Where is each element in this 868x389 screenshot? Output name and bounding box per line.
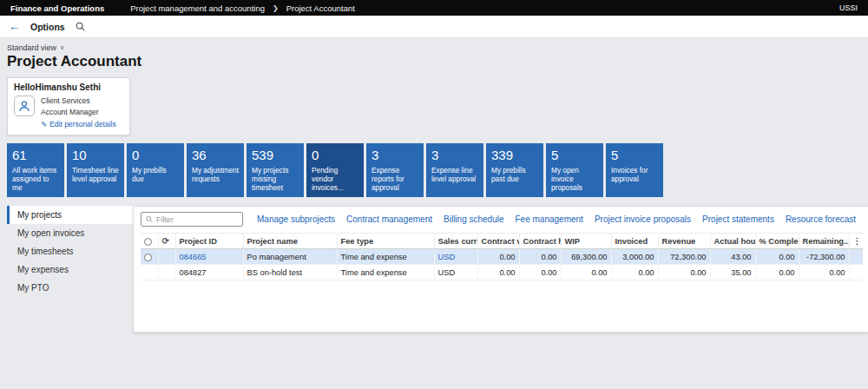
back-button[interactable]: ←	[9, 21, 20, 32]
column-header-contract_value[interactable]: Contract v...	[477, 234, 519, 249]
project_id-link[interactable]: 084665	[180, 253, 207, 261]
action-link[interactable]: Contract management	[346, 214, 432, 224]
action-pane: ← Options	[0, 16, 868, 38]
cell-actual_hours: 35.00	[710, 265, 755, 280]
column-header-project_id[interactable]: Project ID	[175, 234, 243, 249]
workspace-body: My projectsMy open invoicesMy timesheets…	[7, 206, 861, 333]
breadcrumb: Project management and accounting ❯ Proj…	[130, 3, 355, 13]
options-tab[interactable]: Options	[30, 22, 65, 32]
cell-project_name: Po management	[243, 249, 337, 265]
cell-fee_type: Time and expense	[337, 249, 434, 265]
column-header-contract_hours[interactable]: Contract h...	[519, 234, 561, 249]
projects-grid: ⟳Project IDProject nameFee typeSales cur…	[141, 233, 863, 280]
tile[interactable]: 0Pending vendor invoices...	[306, 143, 364, 197]
chevron-down-icon: ∨	[60, 44, 64, 51]
column-header-revenue[interactable]: Revenue	[658, 234, 710, 249]
search-button[interactable]	[76, 22, 85, 31]
edit-personal-details-link[interactable]: ✎ Edit personal details	[41, 119, 116, 130]
side-tab-my-timesheets[interactable]: My timesheets	[7, 242, 133, 260]
tile-label: My adjustment requests	[192, 166, 239, 183]
search-icon	[76, 22, 85, 31]
column-header-fee_type[interactable]: Fee type	[337, 234, 434, 249]
column-header-remaining[interactable]: Remaining...	[799, 234, 849, 249]
cell-sales_currency: USD	[434, 249, 477, 265]
cell-revenue: 72,300.00	[658, 249, 710, 265]
select-all-radio[interactable]	[144, 238, 152, 246]
filter-box	[141, 212, 243, 227]
more-options-icon[interactable]: ⋮	[853, 236, 862, 246]
action-link[interactable]: Manage subprojects	[257, 214, 335, 224]
cell-contract_hours: 0.00	[519, 265, 561, 280]
cell-remaining: -72,300.00	[799, 249, 849, 265]
action-link[interactable]: Project statements	[702, 214, 774, 224]
tile[interactable]: 5My open invoice proposals	[546, 143, 603, 197]
cell-actual_hours: 43.00	[710, 249, 755, 265]
app-name[interactable]: Finance and Operations	[10, 3, 104, 13]
action-link[interactable]: Billing schedule	[444, 214, 504, 224]
breadcrumb-item[interactable]: Project Accountant	[286, 3, 355, 13]
column-header-pct_complete[interactable]: % Complet...	[755, 234, 799, 249]
top-bar: Finance and Operations Project managemen…	[0, 0, 868, 16]
view-selector-label: Standard view	[7, 43, 56, 52]
filter-input[interactable]	[156, 215, 238, 224]
cell-remaining: 0.00	[799, 265, 849, 280]
breadcrumb-item[interactable]: Project management and accounting	[130, 3, 265, 13]
action-link[interactable]: Resource forecast	[786, 214, 856, 224]
column-header-project_name[interactable]: Project name	[243, 234, 337, 249]
cell-refresh	[158, 265, 175, 280]
cell-project_name: BS on-hold test	[243, 265, 337, 280]
tile[interactable]: 10Timesheet line level approval	[67, 143, 124, 197]
company-selector[interactable]: USSI	[839, 3, 858, 12]
side-tab-my-expenses[interactable]: My expenses	[7, 260, 133, 279]
tile-count: 339	[491, 148, 538, 162]
projects-panel: Manage subprojectsContract managementBil…	[133, 206, 868, 333]
row-radio[interactable]	[144, 254, 152, 261]
side-tab-my-open-invoices[interactable]: My open invoices	[7, 224, 133, 242]
avatar	[14, 96, 35, 116]
side-tab-my-pto[interactable]: My PTO	[7, 279, 133, 297]
refresh-header[interactable]: ⟳	[158, 234, 175, 249]
cell-more	[849, 265, 863, 280]
cell-invoiced: 3,000.00	[611, 249, 658, 265]
select-all-header[interactable]	[141, 234, 158, 249]
side-tab-my-projects[interactable]: My projects	[7, 206, 133, 224]
view-selector[interactable]: Standard view ∨	[7, 43, 64, 52]
tile[interactable]: 61All work items assigned to me	[7, 143, 64, 197]
tile[interactable]: 5Invoices for approval	[606, 143, 663, 197]
tile-count: 61	[12, 148, 59, 162]
sales_currency-link[interactable]: USD	[438, 253, 456, 261]
panel-toolbar: Manage subprojectsContract managementBil…	[141, 212, 863, 227]
tile-count: 36	[192, 148, 239, 162]
column-header-wip[interactable]: WIP	[561, 234, 611, 249]
column-header-actual_hours[interactable]: Actual hours	[710, 234, 755, 249]
action-link[interactable]: Project invoice proposals	[595, 214, 691, 224]
tile[interactable]: 3Expense reports for approval	[366, 143, 424, 197]
table-row[interactable]: 084827BS on-hold testTime and expenseUSD…	[141, 265, 863, 280]
cell-contract_hours: 0.00	[519, 249, 561, 265]
cell-project_id: 084827	[175, 265, 243, 280]
more-options-header[interactable]: ⋮	[849, 234, 863, 249]
tile-label: My open invoice proposals	[551, 166, 598, 192]
column-header-sales_currency[interactable]: Sales curre...	[434, 234, 477, 249]
action-link[interactable]: Fee management	[516, 214, 583, 224]
cell-pct_complete: 0.00	[755, 265, 799, 280]
cell-wip: 0.00	[561, 265, 611, 280]
cell-pct_complete: 0.00	[755, 249, 799, 265]
tiles-row: 61All work items assigned to me10Timeshe…	[7, 143, 861, 197]
table-row[interactable]: 084665Po managementTime and expenseUSD0.…	[141, 249, 863, 265]
cell-contract_value: 0.00	[477, 265, 519, 280]
tile-count: 539	[252, 148, 299, 162]
action-links: Manage subprojectsContract managementBil…	[257, 214, 856, 224]
profile-department: Client Services	[41, 96, 116, 107]
refresh-icon[interactable]: ⟳	[162, 236, 169, 246]
column-header-invoiced[interactable]: Invoiced	[611, 234, 658, 249]
tile-count: 0	[132, 148, 179, 162]
tile[interactable]: 0My prebills due	[127, 143, 184, 197]
tile[interactable]: 36My adjustment requests	[187, 143, 244, 197]
tile-count: 5	[611, 148, 658, 162]
chevron-right-icon: ❯	[273, 4, 279, 12]
tile[interactable]: 339My prebills past due	[486, 143, 543, 197]
tile-label: Invoices for approval	[611, 166, 658, 183]
tile[interactable]: 539My projects missing timesheet	[247, 143, 304, 197]
tile[interactable]: 3Expense line level approval	[426, 143, 483, 197]
